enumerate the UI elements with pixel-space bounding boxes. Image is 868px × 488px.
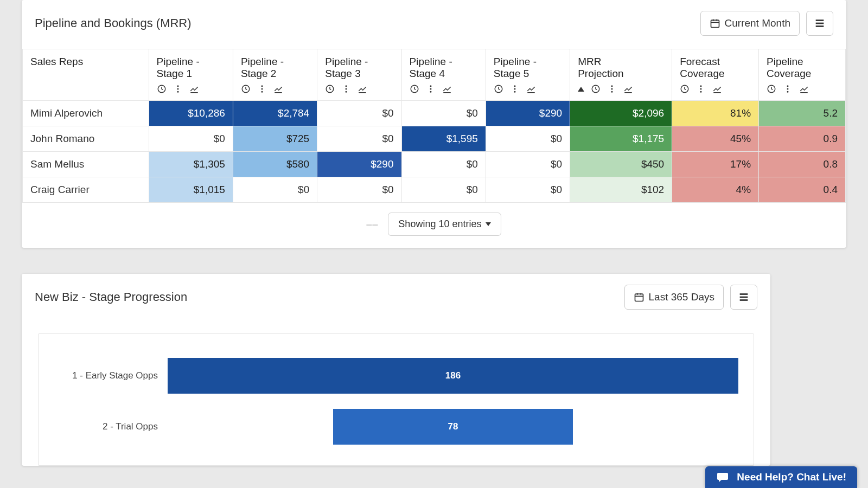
svg-point-14 (261, 91, 263, 93)
bar-track: 78 (168, 409, 738, 445)
table-row: Mimi Alperovich$10,286$2,784$0$0$290$2,0… (23, 101, 846, 126)
panel-header: Pipeline and Bookings (MRR) Current Mont… (22, 0, 846, 49)
data-cell[interactable]: 17% (672, 152, 759, 177)
data-cell[interactable]: 4% (672, 177, 759, 203)
data-cell[interactable]: $0 (317, 126, 401, 152)
data-cell[interactable]: $0 (486, 126, 570, 152)
bar-row: 2 - Trial Opps78 (54, 409, 738, 445)
drag-handle-icon[interactable]: ══ (367, 220, 379, 229)
bar[interactable]: 78 (333, 409, 573, 445)
column-header[interactable]: PipelineCoverage (759, 49, 846, 101)
data-cell[interactable]: $0 (317, 101, 401, 126)
column-header-icons[interactable] (325, 84, 393, 94)
data-cell[interactable]: $0 (486, 177, 570, 203)
period-label: Last 365 Days (649, 291, 714, 303)
period-label: Current Month (725, 17, 790, 29)
data-cell[interactable]: 0.4 (759, 177, 846, 203)
kebab-icon (783, 84, 793, 94)
column-header-icons[interactable] (767, 84, 838, 94)
data-cell[interactable]: $725 (233, 126, 317, 152)
data-cell[interactable]: $1,015 (149, 177, 233, 203)
table-row: John Romano$0$725$0$1,595$0$1,17545%0.9 (23, 126, 846, 152)
data-cell[interactable]: $2,784 (233, 101, 317, 126)
column-header[interactable]: Pipeline -Stage 3 (317, 49, 401, 101)
svg-point-24 (514, 85, 515, 87)
kebab-icon (173, 84, 183, 94)
bar-label: 2 - Trial Opps (54, 421, 168, 432)
data-cell[interactable]: $10,286 (149, 101, 233, 126)
trend-icon (623, 84, 633, 94)
column-header[interactable]: ForecastCoverage (672, 49, 759, 101)
svg-point-18 (346, 91, 347, 93)
data-cell[interactable]: 81% (672, 101, 759, 126)
column-header[interactable]: Pipeline -Stage 1 (149, 49, 233, 101)
svg-point-37 (787, 88, 789, 90)
svg-point-20 (430, 85, 431, 87)
data-cell[interactable]: 0.8 (759, 152, 846, 177)
svg-point-13 (261, 88, 263, 90)
chart-area: 1 - Early Stage Opps1862 - Trial Opps78 (22, 323, 770, 466)
panel-menu-button[interactable] (730, 285, 757, 310)
chat-widget[interactable]: Need Help? Chat Live! (705, 466, 857, 488)
column-header-icons[interactable] (494, 84, 562, 94)
period-selector[interactable]: Last 365 Days (624, 285, 724, 310)
trend-icon (799, 84, 809, 94)
kebab-icon (341, 84, 351, 94)
period-selector[interactable]: Current Month (700, 11, 800, 36)
data-cell[interactable]: $102 (570, 177, 672, 203)
data-cell[interactable]: $1,595 (401, 126, 486, 152)
column-header[interactable]: Pipeline -Stage 2 (233, 49, 317, 101)
column-header[interactable]: Pipeline -Stage 5 (486, 49, 570, 101)
column-header[interactable]: Sales Reps (23, 49, 149, 101)
data-cell[interactable]: $290 (486, 101, 570, 126)
data-cell[interactable]: $1,305 (149, 152, 233, 177)
chart-frame: 1 - Early Stage Opps1862 - Trial Opps78 (38, 333, 754, 466)
panel-header: New Biz - Stage Progression Last 365 Day… (22, 274, 770, 323)
data-cell[interactable]: 45% (672, 126, 759, 152)
data-cell[interactable]: $0 (149, 126, 233, 152)
svg-point-34 (700, 91, 702, 93)
svg-point-16 (346, 85, 347, 87)
entries-selector[interactable]: Showing 10 entries (388, 213, 501, 236)
data-cell[interactable]: $1,175 (570, 126, 672, 152)
column-header-icons[interactable] (578, 84, 664, 94)
panel-title: New Biz - Stage Progression (35, 290, 187, 304)
data-cell[interactable]: $0 (233, 177, 317, 203)
clock-icon (410, 84, 419, 94)
trend-icon (189, 84, 199, 94)
table-row: Sam Mellus$1,305$580$290$0$0$45017%0.8 (23, 152, 846, 177)
data-cell[interactable]: $0 (401, 177, 486, 203)
column-header-icons[interactable] (680, 84, 751, 94)
rep-name-cell[interactable]: Mimi Alperovich (23, 101, 149, 126)
clock-icon (325, 84, 335, 94)
rep-name-cell[interactable]: John Romano (23, 126, 149, 152)
trend-icon (273, 84, 283, 94)
data-cell[interactable]: $290 (317, 152, 401, 177)
data-cell[interactable]: $450 (570, 152, 672, 177)
data-cell[interactable]: $0 (486, 152, 570, 177)
data-cell[interactable]: 0.9 (759, 126, 846, 152)
panel-menu-button[interactable] (806, 11, 833, 36)
bar[interactable]: 186 (168, 358, 738, 394)
data-cell[interactable]: $0 (317, 177, 401, 203)
column-header[interactable]: MRRProjection (570, 49, 672, 101)
rep-name-cell[interactable]: Sam Mellus (23, 152, 149, 177)
column-header-icons[interactable] (241, 84, 309, 94)
chat-label: Need Help? Chat Live! (737, 471, 846, 483)
caret-down-icon (486, 222, 491, 226)
data-cell[interactable]: 5.2 (759, 101, 846, 126)
bar-track: 186 (168, 358, 738, 394)
svg-point-36 (787, 85, 789, 87)
column-header-icons[interactable] (410, 84, 478, 94)
clock-icon (591, 84, 601, 94)
data-cell[interactable]: $0 (401, 101, 486, 126)
data-cell[interactable]: $580 (233, 152, 317, 177)
column-header[interactable]: Pipeline -Stage 4 (401, 49, 486, 101)
data-cell[interactable]: $2,096 (570, 101, 672, 126)
column-header-icons[interactable] (157, 84, 225, 94)
kebab-icon (696, 84, 706, 94)
rep-name-cell[interactable]: Craig Carrier (23, 177, 149, 203)
data-cell[interactable]: $0 (401, 152, 486, 177)
svg-point-33 (700, 88, 702, 90)
kebab-icon (257, 84, 267, 94)
